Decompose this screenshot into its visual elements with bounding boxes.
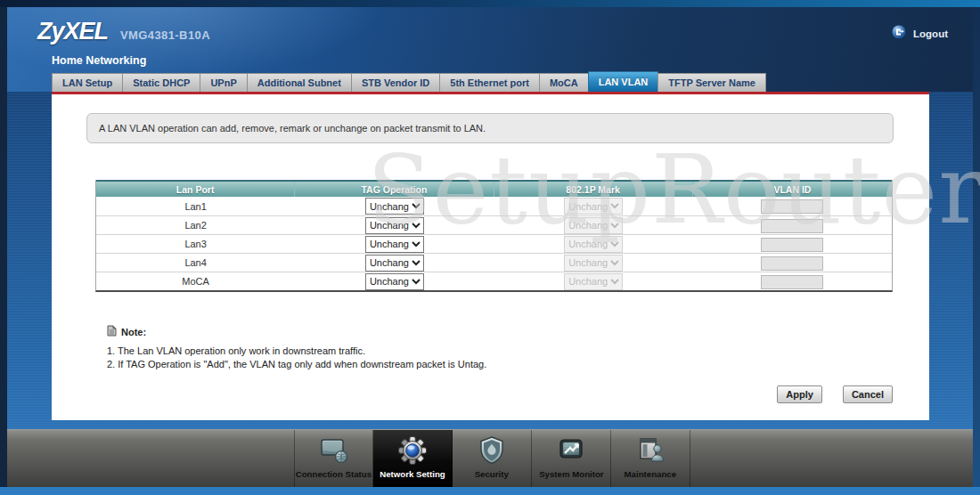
note-icon xyxy=(107,325,117,338)
description-box: A LAN VLAN operation can add, remove, re… xyxy=(86,113,894,143)
8021p-mark-select-lan1: Unchange xyxy=(564,198,623,215)
8021p-mark-select-lan2: Unchange xyxy=(564,217,623,234)
vlan-table: Lan Port TAG Operation 802.1P Mark VLAN … xyxy=(95,180,893,292)
tab-bar: LAN Setup Static DHCP UPnP Additional Su… xyxy=(52,71,765,92)
note-header: Note: xyxy=(107,325,486,338)
col-header-vlan-id: VLAN ID xyxy=(693,182,892,197)
bottom-navbar: Connection Status xyxy=(7,429,973,487)
zyxel-logo: ZyXEL xyxy=(37,18,108,45)
tag-operation-select-lan1[interactable]: Unchange xyxy=(365,198,424,215)
tab-upnp[interactable]: UPnP xyxy=(200,73,247,92)
col-header-tag-operation: TAG Operation xyxy=(295,182,494,197)
lan-port-label: MoCA xyxy=(182,276,209,287)
col-header-8021p-mark: 802.1P Mark xyxy=(494,182,693,197)
frame-right xyxy=(973,7,980,487)
vlan-id-input-lan1 xyxy=(761,199,823,214)
logout-button[interactable]: Logout xyxy=(891,24,948,44)
tab-moca[interactable]: MoCA xyxy=(539,73,589,92)
tag-operation-select-lan4[interactable]: Unchange xyxy=(365,255,424,272)
logout-icon xyxy=(891,24,907,44)
vlan-id-input-lan2 xyxy=(761,219,823,233)
vlan-id-input-lan3 xyxy=(761,238,823,252)
nav-label: Security xyxy=(475,468,509,478)
accent-divider xyxy=(52,92,929,94)
8021p-mark-select-lan3: Unchange xyxy=(564,236,623,253)
table-body: Lan1 Unchange Unchange Lan2 Unchange Unc… xyxy=(96,197,892,290)
table-row-moca: MoCA Unchange Unchange xyxy=(96,272,892,290)
logout-label: Logout xyxy=(913,28,948,39)
action-buttons: Apply Cancel xyxy=(777,385,893,403)
nav-network-setting[interactable]: Network Setting xyxy=(373,430,453,487)
content-panel: A LAN VLAN operation can add, remove, re… xyxy=(52,92,929,420)
router-admin-page: ZyXEL VMG4381-B10A Logout Home Networki xyxy=(0,0,980,495)
table-row-lan3: Lan3 Unchange Unchange xyxy=(96,234,892,253)
nav-maintenance[interactable]: Maintenance xyxy=(611,430,690,487)
table-row-lan1: Lan1 Unchange Unchange xyxy=(96,197,892,215)
header-banner: ZyXEL VMG4381-B10A Logout Home Networki xyxy=(7,7,973,92)
cancel-button[interactable]: Cancel xyxy=(843,385,893,403)
tag-operation-select-lan3[interactable]: Unchange xyxy=(365,236,424,253)
lan-port-label: Lan4 xyxy=(184,257,206,268)
vlan-id-input-lan4 xyxy=(761,256,823,271)
nav-label: Network Setting xyxy=(380,468,445,478)
tag-operation-select-lan2[interactable]: Unchange xyxy=(365,217,424,234)
lan-port-label: Lan3 xyxy=(184,239,206,249)
lan-port-label: Lan2 xyxy=(184,220,206,231)
nav-connection-status[interactable]: Connection Status xyxy=(294,430,373,487)
frame-bottom xyxy=(0,487,980,495)
tab-lan-vlan[interactable]: LAN VLAN xyxy=(588,71,659,92)
nav-label: System Monitor xyxy=(539,468,603,478)
note-item: 1. The Lan VLAN operation only work in d… xyxy=(107,345,486,358)
table-header-row: Lan Port TAG Operation 802.1P Mark VLAN … xyxy=(96,180,892,197)
page-title: Home Networking xyxy=(52,54,146,67)
system-monitor-icon xyxy=(554,434,588,467)
tab-tftp-server-name[interactable]: TFTP Server Name xyxy=(657,73,766,92)
nav-label: Maintenance xyxy=(625,468,677,478)
tab-5th-ethernet-port[interactable]: 5th Ethernet port xyxy=(439,73,540,92)
apply-button[interactable]: Apply xyxy=(777,385,822,403)
tab-static-dhcp[interactable]: Static DHCP xyxy=(122,73,200,92)
tab-additional-subnet[interactable]: Additional Subnet xyxy=(247,73,352,92)
frame-top xyxy=(0,0,980,7)
nav-label: Connection Status xyxy=(296,468,372,478)
connection-status-icon xyxy=(316,434,352,467)
device-model: VMG4381-B10A xyxy=(120,28,210,42)
note-item: 2. If TAG Operation is "Add", the VLAN t… xyxy=(107,358,486,371)
tab-lan-setup[interactable]: LAN Setup xyxy=(52,73,123,92)
vlan-id-input-moca xyxy=(761,275,823,289)
table-row-lan2: Lan2 Unchange Unchange xyxy=(96,215,892,234)
lan-port-label: Lan1 xyxy=(184,201,206,212)
maintenance-icon xyxy=(634,434,666,467)
network-setting-icon xyxy=(396,434,429,467)
table-row-lan4: Lan4 Unchange Unchange xyxy=(96,253,892,272)
note-list: 1. The Lan VLAN operation only work in d… xyxy=(107,345,486,371)
nav-security[interactable]: Security xyxy=(453,430,532,487)
security-icon xyxy=(477,434,507,467)
8021p-mark-select-moca: Unchange xyxy=(564,273,623,290)
nav-system-monitor[interactable]: System Monitor xyxy=(532,430,611,487)
tab-stb-vendor-id[interactable]: STB Vendor ID xyxy=(351,73,440,92)
note-section: Note: 1. The Lan VLAN operation only wor… xyxy=(107,325,486,371)
col-header-lan-port: Lan Port xyxy=(96,182,295,197)
8021p-mark-select-lan4: Unchange xyxy=(564,255,623,272)
tag-operation-select-moca[interactable]: Unchange xyxy=(365,273,424,290)
frame-left xyxy=(0,7,7,487)
note-title: Note: xyxy=(121,327,146,337)
brand-row: ZyXEL VMG4381-B10A xyxy=(37,18,210,45)
